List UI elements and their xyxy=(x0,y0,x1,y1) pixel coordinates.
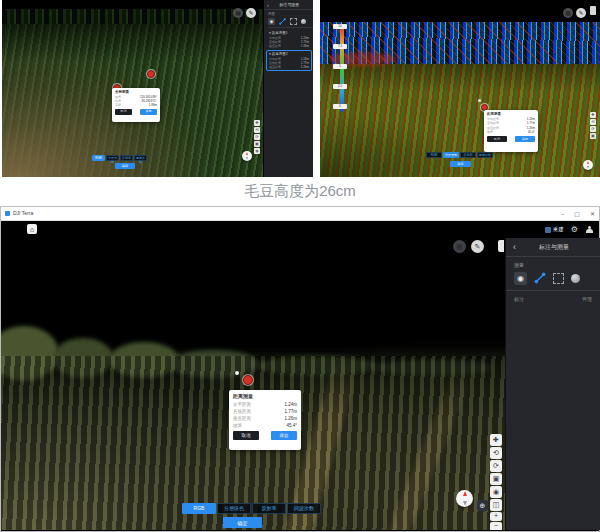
ramp-label: 0 xyxy=(333,104,347,109)
measure-pin[interactable] xyxy=(147,70,155,78)
line-measure-icon[interactable] xyxy=(534,272,546,284)
divider xyxy=(506,290,600,291)
split-view-icon[interactable]: ◫ xyxy=(490,499,502,511)
mode-elevation-button[interactable]: 分层设色 xyxy=(443,152,459,158)
view-mode-icon[interactable]: ▦ xyxy=(563,8,573,18)
mode-return-button[interactable]: 回波次数 xyxy=(287,503,321,514)
maximize-icon[interactable]: ▢ xyxy=(574,210,580,217)
point-measure-icon[interactable]: ◉ xyxy=(514,272,527,285)
view-mode-icon[interactable]: ▦ xyxy=(233,8,243,18)
tree-line xyxy=(2,9,263,24)
elevation-color-ramp xyxy=(340,26,344,112)
gear-icon[interactable]: ⚙ xyxy=(571,225,578,234)
rebuild-icon xyxy=(545,227,551,233)
measurement-group[interactable]: ▾ 距离测量1 水平距离1.24m 直线距离1.77m 垂直距离1.26m xyxy=(267,30,311,49)
rotate-cw-icon[interactable]: ⟳ xyxy=(590,126,596,132)
popup-row: 高度1.89m xyxy=(115,103,157,107)
frame-icon[interactable]: ▣ xyxy=(590,133,596,139)
mode-rgb-button[interactable]: RGB xyxy=(92,155,105,161)
mode-reflectivity-button[interactable]: 反射率 xyxy=(460,152,476,158)
annotation-list-label: 标注 xyxy=(514,296,524,302)
compass-north-needle xyxy=(587,161,589,164)
volume-measure-icon[interactable] xyxy=(301,19,306,24)
axis-icon[interactable]: ✚ xyxy=(254,120,260,126)
birdview-icon[interactable]: ⊕ xyxy=(477,500,488,511)
compass-south-needle xyxy=(463,501,467,506)
compass[interactable] xyxy=(456,490,473,507)
minimize-icon[interactable]: – xyxy=(561,211,564,217)
measure-pencil-icon[interactable]: ✎ xyxy=(576,8,586,18)
frame-icon[interactable]: ▣ xyxy=(490,473,502,485)
compass[interactable] xyxy=(583,160,593,170)
user-icon[interactable] xyxy=(585,226,593,234)
axis-icon[interactable]: ✚ xyxy=(590,112,596,118)
save-button[interactable]: 保存 xyxy=(140,109,157,115)
mode-return-button[interactable]: 回波次数 xyxy=(134,155,147,161)
caption-text: 毛豆高度为26cm xyxy=(0,182,600,201)
rotate-ccw-icon[interactable]: ⟲ xyxy=(590,119,596,125)
mini-sidebar-title: 标注与测量 xyxy=(271,2,308,7)
compass-south-needle xyxy=(587,166,589,169)
sidebar-title: 标注与测量 xyxy=(520,243,588,252)
close-icon[interactable]: ✕ xyxy=(590,210,595,217)
sidebar-collapse-handle[interactable] xyxy=(498,240,504,252)
target-icon[interactable]: ◉ xyxy=(490,486,502,498)
mode-reflectivity-button[interactable]: 反射率 xyxy=(120,155,133,161)
distance-popup: 距离测量 水平距离1.24m 直线距离1.77m 垂直距离1.26m 坡度45.… xyxy=(229,390,301,450)
axis-icon[interactable]: ✚ xyxy=(490,434,502,446)
measurement-group-selected[interactable]: ▾ 距离测量2 水平距离1.24m 直线距离1.77m 垂直距离1.26m xyxy=(267,51,311,70)
mode-rgb-button[interactable]: RGB xyxy=(182,503,216,514)
cancel-button[interactable]: 取消 xyxy=(487,136,507,142)
popup-title: 距离测量 xyxy=(487,112,535,116)
manage-button[interactable]: 管理 xyxy=(582,296,592,302)
compass[interactable] xyxy=(242,151,252,161)
ramp-label: 7.5 xyxy=(333,44,347,49)
coordinate-popup: 坐标测量 经度120.361039° 纬度30.265971° 高度1.89m … xyxy=(112,88,160,122)
app-toolbar: ⌂ 重建 ⚙ xyxy=(1,221,599,238)
zoom-out-icon[interactable]: − xyxy=(490,522,502,530)
area-measure-icon[interactable] xyxy=(290,18,297,25)
rotate-ccw-icon[interactable]: ⟲ xyxy=(490,447,502,459)
back-icon[interactable]: ‹ xyxy=(513,242,516,252)
point-measure-icon[interactable]: ◉ xyxy=(268,18,275,25)
rotate-cw-icon[interactable]: ⟳ xyxy=(254,134,260,140)
frame-icon[interactable]: ▣ xyxy=(254,141,260,147)
confirm-button[interactable]: 确定 xyxy=(450,161,471,167)
back-icon[interactable]: ‹ xyxy=(267,2,269,8)
measure-pin-start[interactable] xyxy=(478,99,481,102)
home-button[interactable]: ⌂ xyxy=(27,224,37,234)
rebuild-button[interactable]: 重建 xyxy=(545,226,564,233)
save-button[interactable]: 保存 xyxy=(271,431,297,440)
measure-tools: ◉ xyxy=(514,271,600,285)
confirm-button[interactable]: 确定 xyxy=(223,517,262,528)
sidebar-header: ‹ 标注与测量 xyxy=(506,238,600,257)
view-mode-icon[interactable]: ▦ xyxy=(453,240,466,253)
mode-elevation-button[interactable]: 分层设色 xyxy=(217,503,251,514)
measure-pencil-icon[interactable]: ✎ xyxy=(246,8,256,18)
popup-title: 坐标测量 xyxy=(115,90,157,94)
cancel-button[interactable]: 取消 xyxy=(233,431,259,440)
target-icon[interactable]: ◉ xyxy=(254,148,260,154)
pointcloud-viewport[interactable]: ▦ ✎ 距离测量 水平距离1.24m 直线距离1.77m 垂直距离1.26m 坡… xyxy=(1,238,505,530)
measure-pin[interactable] xyxy=(243,375,253,385)
rotate-cw-icon[interactable]: ⟳ xyxy=(490,460,502,472)
mode-reflectivity-button[interactable]: 反射率 xyxy=(252,503,286,514)
mini-sidebar: ‹ 标注与测量 测量 ◉ ▾ 距离测量1 水平距离1.24m 直线距离1.77m… xyxy=(263,0,313,177)
cancel-button[interactable]: 取消 xyxy=(115,109,132,115)
rotate-ccw-icon[interactable]: ⟲ xyxy=(254,127,260,133)
measure-pencil-icon[interactable]: ✎ xyxy=(471,240,484,253)
view-tool-stack: ✚ ⟲ ⟳ ▣ ◉ ◫ + − xyxy=(490,434,502,530)
measure-pin-start[interactable] xyxy=(235,371,239,375)
panel-collapse-handle[interactable] xyxy=(590,6,596,15)
zoom-in-icon[interactable]: + xyxy=(490,512,502,521)
mode-elevation-button[interactable]: 分层设色 xyxy=(106,155,119,161)
area-measure-icon[interactable] xyxy=(553,273,564,284)
compass-north-needle xyxy=(246,152,248,155)
confirm-button[interactable]: 确定 xyxy=(115,163,135,169)
save-button[interactable]: 保存 xyxy=(515,136,535,142)
volume-measure-icon[interactable] xyxy=(571,274,580,283)
popup-title: 距离测量 xyxy=(233,393,297,399)
mode-rgb-button[interactable]: RGB xyxy=(426,152,442,158)
line-measure-icon[interactable] xyxy=(279,18,286,25)
mode-return-button[interactable]: 回波次数 xyxy=(477,152,493,158)
